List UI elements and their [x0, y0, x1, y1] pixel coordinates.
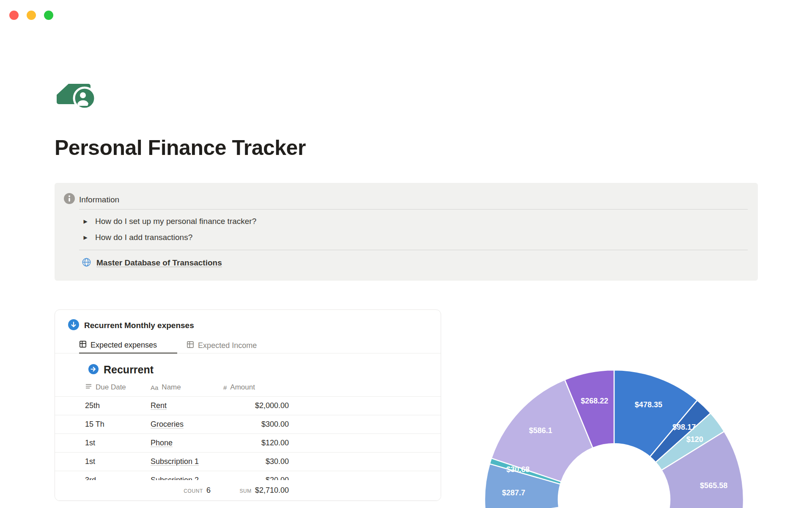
expenses-table: Due Date Aa Name # Amount 25th Rent $2,0… [55, 378, 441, 490]
donut-segment-label: $30.68 [506, 465, 529, 474]
table-body: 25th Rent $2,000.00 15 Th Groceries $300… [55, 397, 441, 490]
table-row[interactable]: 15 Th Groceries $300.00 [55, 415, 441, 434]
name-cell-link[interactable]: Subscription 1 [151, 457, 199, 466]
donut-segment-label: $120 [686, 435, 703, 444]
table-row[interactable]: 1st Subscription 1 $30.00 [55, 453, 441, 471]
due-date-cell[interactable]: 1st [85, 439, 151, 447]
amount-cell[interactable]: $30.00 [223, 457, 289, 466]
tab-expected-expenses[interactable]: Expected expenses [79, 339, 177, 353]
divider [79, 209, 748, 210]
master-database-link-label[interactable]: Master Database of Transactions [96, 258, 222, 268]
toggle-arrow-icon[interactable]: ▶ [82, 235, 89, 240]
collapse-toggle-icon[interactable] [68, 319, 79, 332]
toggle-label[interactable]: How do I add transactions? [95, 233, 192, 242]
donut-segment-label: $565.58 [700, 481, 727, 490]
window-controls [9, 11, 53, 20]
donut-segment-label: $586.1 [529, 426, 552, 435]
name-cell-link[interactable]: Phone [151, 439, 173, 447]
sum-value: $2,710.00 [255, 486, 289, 495]
section-title[interactable]: Recurrent [104, 364, 154, 376]
tab-expected-income[interactable]: Expected Income [187, 339, 277, 353]
toggle-add-transactions-question[interactable]: ▶ How do I add transactions? [82, 231, 192, 244]
toggle-arrow-icon[interactable]: ▶ [82, 218, 89, 224]
due-date-cell[interactable]: 25th [85, 401, 151, 410]
close-window-button[interactable] [9, 11, 19, 20]
due-date-cell[interactable]: 15 Th [85, 420, 151, 429]
table-view-icon [187, 341, 194, 351]
name-cell-link[interactable]: Groceries [151, 420, 184, 428]
information-callout: Information ▶ How do I set up my persona… [55, 183, 758, 281]
text-type-icon: Aa [151, 384, 158, 391]
master-database-link[interactable]: Master Database of Transactions [82, 257, 222, 269]
table-header-row: Due Date Aa Name # Amount [55, 378, 441, 397]
donut-segment-label: $98.17 [672, 423, 696, 431]
amount-cell[interactable]: $2,000.00 [223, 401, 289, 410]
notion-window: Personal Finance Tracker Information ▶ H… [0, 0, 812, 508]
dollar-banknote-icon[interactable] [55, 77, 99, 110]
toggle-setup-question[interactable]: ▶ How do I set up my personal finance tr… [82, 215, 256, 228]
card-title: Recurrent Monthly expenses [84, 321, 194, 330]
view-tabs: Expected expenses Expected Income [55, 339, 441, 353]
column-label: Due Date [96, 383, 126, 392]
circle-right-arrow-icon[interactable] [88, 364, 99, 376]
sum-aggregate[interactable]: SUM $2,710.00 [223, 486, 289, 495]
amount-cell[interactable]: $120.00 [223, 439, 289, 447]
toggle-label[interactable]: How do I set up my personal finance trac… [95, 217, 256, 226]
column-label: Name [162, 383, 181, 392]
zoom-window-button[interactable] [44, 11, 53, 20]
callout-title: Information [79, 195, 119, 204]
column-label: Amount [230, 383, 255, 392]
minimize-window-button[interactable] [27, 11, 36, 20]
column-header-amount[interactable]: # Amount [223, 383, 289, 392]
info-icon [64, 193, 75, 206]
table-view-icon [79, 340, 87, 350]
donut-chart: $478.35$98.17$120$565.58$287.7$30.68$586… [470, 356, 758, 508]
due-date-cell[interactable]: 1st [85, 457, 151, 466]
count-label: COUNT [184, 488, 203, 494]
count-value: 6 [206, 486, 211, 495]
table-row[interactable]: 25th Rent $2,000.00 [55, 397, 441, 415]
globe-icon [82, 257, 91, 269]
donut-segment-label: $268.22 [581, 397, 608, 405]
linked-database-title: Recurrent [88, 364, 154, 376]
tab-label[interactable]: Expected expenses [91, 341, 157, 350]
donut-segment-label: $478.35 [635, 400, 662, 409]
tab-label[interactable]: Expected Income [198, 341, 257, 350]
count-aggregate[interactable]: COUNT 6 [151, 486, 223, 495]
amount-cell[interactable]: $300.00 [223, 420, 289, 429]
page-title: Personal Finance Tracker [55, 135, 306, 160]
number-type-icon: # [223, 384, 227, 391]
table-row[interactable]: 1st Phone $120.00 [55, 434, 441, 453]
divider [79, 250, 748, 250]
column-header-due-date[interactable]: Due Date [85, 383, 151, 392]
table-footer: COUNT 6 SUM $2,710.00 [55, 480, 441, 500]
donut-segment-label: $287.7 [502, 489, 525, 497]
list-icon [85, 383, 92, 392]
name-cell-link[interactable]: Rent [151, 401, 167, 410]
recurrent-expenses-card: Recurrent Monthly expenses Expected expe… [55, 309, 441, 501]
column-header-name[interactable]: Aa Name [151, 383, 223, 392]
sum-label: SUM [239, 488, 251, 494]
